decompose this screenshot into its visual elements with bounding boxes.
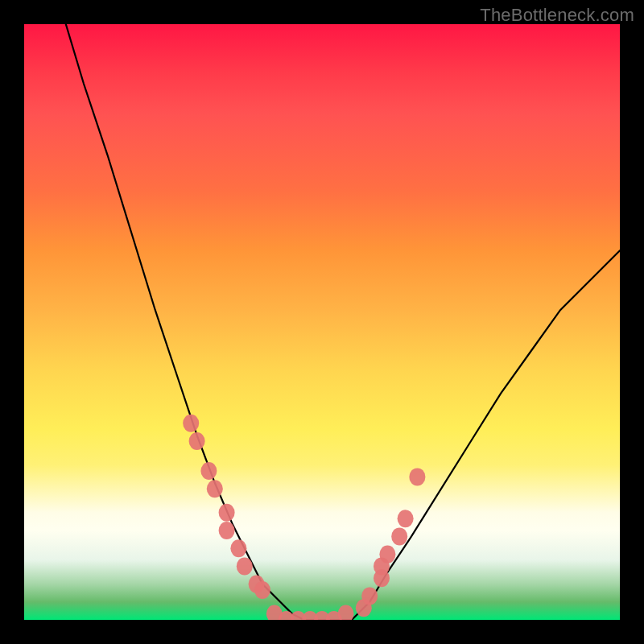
curve-left-curve xyxy=(66,24,304,620)
marker-layer xyxy=(183,415,425,620)
line-layer xyxy=(66,24,620,620)
chart-frame: TheBottleneck.com xyxy=(0,0,644,644)
data-marker xyxy=(409,468,425,485)
data-marker xyxy=(361,587,378,605)
data-marker xyxy=(219,522,235,539)
data-marker xyxy=(379,546,395,564)
data-marker xyxy=(237,557,253,575)
data-marker xyxy=(230,539,246,557)
data-marker xyxy=(219,504,235,522)
watermark-text: TheBottleneck.com xyxy=(480,5,634,26)
data-marker xyxy=(338,605,354,620)
plot-area xyxy=(24,24,620,620)
data-marker xyxy=(391,527,407,545)
curve-right-curve xyxy=(352,250,620,620)
data-marker xyxy=(254,581,270,599)
data-marker xyxy=(189,432,205,450)
data-marker xyxy=(398,510,414,527)
data-marker xyxy=(200,462,217,480)
data-marker xyxy=(183,415,199,432)
chart-svg xyxy=(24,24,620,620)
data-marker xyxy=(207,480,223,497)
